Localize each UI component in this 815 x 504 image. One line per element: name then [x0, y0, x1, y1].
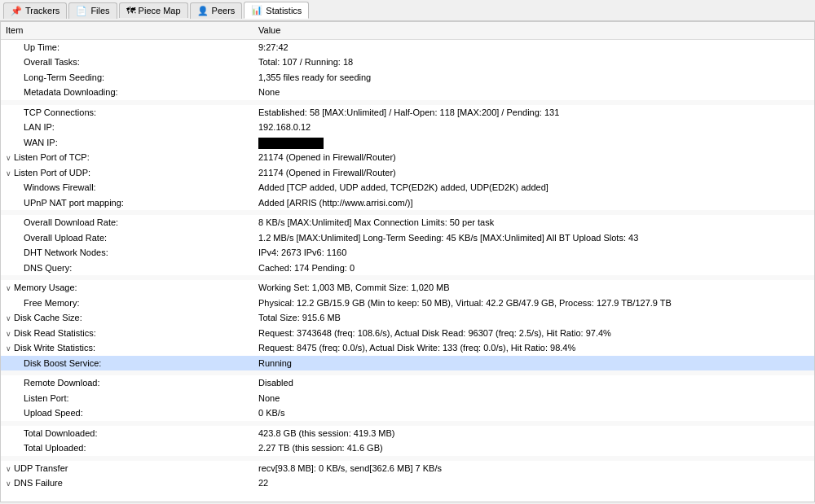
stats-table: ItemValueUp Time:9:27:42Overall Tasks:To… [1, 22, 814, 491]
row-label: ∨ Disk Cache Size: [1, 310, 253, 326]
col-value: Value [253, 22, 814, 39]
row-value: IPv4: 2673 IPv6: 1160 [253, 245, 814, 261]
tab-statistics[interactable]: 📊 Statistics [244, 2, 309, 19]
piecemap-icon: 🗺 [126, 6, 135, 15]
toolbar: 📌 Trackers 📄 Files 🗺 Piece Map 👤 Peers 📊… [0, 0, 815, 21]
row-label: LAN IP: [1, 120, 253, 135]
row-label: Overall Tasks: [1, 55, 253, 70]
row-label: DHT Network Nodes: [1, 245, 253, 261]
collapse-icon[interactable]: ∨ [6, 169, 14, 180]
row-label: ∨ Listen Port of TCP: [1, 150, 253, 165]
table-row: LAN IP:192.168.0.12 [1, 120, 814, 135]
table-row: ∨ Listen Port of UDP:21174 (Opened in Fi… [1, 165, 814, 181]
collapse-icon[interactable]: ∨ [6, 479, 14, 490]
table-row: Disk Boost Service:Running [1, 356, 814, 371]
row-value: Added [TCP added, UDP added, TCP(ED2K) a… [253, 180, 814, 195]
row-label: Disk Boost Service: [1, 356, 253, 371]
tab-peers[interactable]: 👤 Peers [190, 2, 243, 19]
row-value: 21174 (Opened in Firewall/Router) [253, 165, 814, 181]
row-label: Windows Firewall: [1, 180, 253, 195]
row-label: Long-Term Seeding: [1, 70, 253, 85]
row-label: WAN IP: [1, 135, 253, 151]
row-value: Added [ARRIS (http://www.arrisi.com/)] [253, 195, 814, 211]
row-value: Working Set: 1,003 MB, Commit Size: 1,02… [253, 280, 814, 296]
row-value: recv[93.8 MB]: 0 KB/s, send[362.6 MB] 7 … [253, 461, 814, 476]
row-value: Disabled [253, 375, 814, 391]
row-label: Listen Port: [1, 391, 253, 406]
row-value [253, 135, 814, 151]
row-value: 22 [253, 476, 814, 491]
table-row: Remote Download:Disabled [1, 375, 814, 391]
wan-ip-hidden [258, 138, 324, 149]
table-row: Total Downloaded:423.8 GB (this session:… [1, 426, 814, 441]
row-value: Cached: 174 Pending: 0 [253, 261, 814, 276]
table-row: Listen Port:None [1, 391, 814, 406]
table-row: Up Time:9:27:42 [1, 39, 814, 55]
table-row: Upload Speed:0 KB/s [1, 405, 814, 421]
table-row: ∨ DNS Failure22 [1, 476, 814, 491]
table-row: WAN IP: [1, 135, 814, 151]
row-label: Overall Upload Rate: [1, 230, 253, 246]
table-row: ∨ Memory Usage:Working Set: 1,003 MB, Co… [1, 280, 814, 296]
table-row: UPnP NAT port mapping:Added [ARRIS (http… [1, 195, 814, 211]
row-label: ∨ Memory Usage: [1, 280, 253, 296]
row-value: 1,355 files ready for seeding [253, 70, 814, 85]
row-label: ∨ Disk Read Statistics: [1, 326, 253, 341]
row-value: None [253, 85, 814, 100]
row-label: Upload Speed: [1, 405, 253, 421]
collapse-icon[interactable]: ∨ [6, 153, 14, 164]
table-row: ∨ Disk Cache Size:Total Size: 915.6 MB [1, 310, 814, 326]
row-label: Total Downloaded: [1, 426, 253, 441]
collapse-icon[interactable]: ∨ [6, 464, 14, 476]
table-row: ∨ Disk Read Statistics:Request: 3743648 … [1, 326, 814, 341]
table-row: Overall Tasks:Total: 107 / Running: 18 [1, 55, 814, 70]
row-value: 0 KB/s [253, 405, 814, 421]
row-label: ∨ Disk Write Statistics: [1, 340, 253, 356]
row-value: 21174 (Opened in Firewall/Router) [253, 150, 814, 165]
row-label: TCP Connections: [1, 105, 253, 121]
row-label: ∨ DNS Failure [1, 476, 253, 491]
row-label: Free Memory: [1, 296, 253, 311]
row-value: Established: 58 [MAX:Unlimited] / Half-O… [253, 105, 814, 121]
row-value: Running [253, 356, 814, 371]
row-label: ∨ UDP Transfer [1, 461, 253, 476]
row-value: Total Size: 915.6 MB [253, 310, 814, 326]
row-label: Metadata Downloading: [1, 85, 253, 100]
table-header: ItemValue [1, 22, 814, 39]
collapse-icon[interactable]: ∨ [6, 329, 14, 340]
table-row: Long-Term Seeding:1,355 files ready for … [1, 70, 814, 85]
statistics-content: ItemValueUp Time:9:27:42Overall Tasks:To… [0, 21, 815, 502]
row-value: 1.2 MB/s [MAX:Unlimited] Long-Term Seedi… [253, 230, 814, 246]
peers-icon: 👤 [197, 6, 209, 16]
table-row: Windows Firewall:Added [TCP added, UDP a… [1, 180, 814, 195]
row-value: 9:27:42 [253, 39, 814, 55]
collapse-icon[interactable]: ∨ [6, 313, 14, 325]
statistics-icon: 📊 [251, 5, 262, 15]
row-value: None [253, 391, 814, 406]
tab-trackers[interactable]: 📌 Trackers [3, 2, 67, 19]
row-value: Request: 8475 (freq: 0.0/s), Actual Disk… [253, 340, 814, 356]
row-label: DNS Query: [1, 261, 253, 276]
col-item: Item [1, 22, 253, 39]
collapse-icon[interactable]: ∨ [6, 283, 14, 295]
table-row: Total Uploaded:2.27 TB (this session: 41… [1, 440, 814, 456]
tab-piecemap[interactable]: 🗺 Piece Map [119, 2, 188, 18]
table-row: Metadata Downloading:None [1, 85, 814, 100]
row-label: UPnP NAT port mapping: [1, 195, 253, 211]
table-row: Overall Upload Rate:1.2 MB/s [MAX:Unlimi… [1, 230, 814, 246]
row-value: 423.8 GB (this session: 419.3 MB) [253, 426, 814, 441]
row-value: 2.27 TB (this session: 41.6 GB) [253, 440, 814, 456]
row-label: ∨ Listen Port of UDP: [1, 165, 253, 181]
files-icon: 📄 [76, 6, 87, 16]
table-row: Free Memory:Physical: 12.2 GB/15.9 GB (M… [1, 296, 814, 311]
row-label: Remote Download: [1, 375, 253, 391]
row-label: Overall Download Rate: [1, 215, 253, 230]
table-row: Overall Download Rate:8 KB/s [MAX:Unlimi… [1, 215, 814, 230]
row-value: 8 KB/s [MAX:Unlimited] Max Connection Li… [253, 215, 814, 230]
collapse-icon[interactable]: ∨ [6, 344, 14, 355]
row-label: Total Uploaded: [1, 440, 253, 456]
table-row: DHT Network Nodes:IPv4: 2673 IPv6: 1160 [1, 245, 814, 261]
tab-files[interactable]: 📄 Files [68, 2, 117, 19]
trackers-icon: 📌 [11, 6, 22, 16]
row-value: Request: 3743648 (freq: 108.6/s), Actual… [253, 326, 814, 341]
